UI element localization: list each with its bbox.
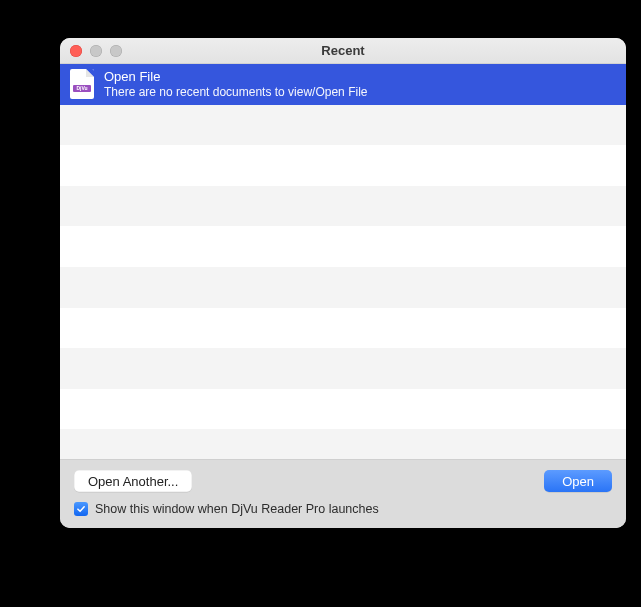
list-item[interactable] bbox=[60, 145, 626, 186]
list-item[interactable] bbox=[60, 389, 626, 430]
list-item[interactable] bbox=[60, 267, 626, 308]
list-item-text: Open File There are no recent documents … bbox=[104, 69, 367, 100]
show-on-launch-label: Show this window when DjVu Reader Pro la… bbox=[95, 502, 379, 516]
recent-window: Recent DjVu Open File There are no recen… bbox=[60, 38, 626, 528]
window-title: Recent bbox=[60, 43, 626, 58]
footer-buttons: Open Another... Open bbox=[74, 470, 612, 492]
list-item[interactable] bbox=[60, 105, 626, 146]
list-item[interactable] bbox=[60, 226, 626, 267]
show-on-launch-checkbox[interactable] bbox=[74, 502, 88, 516]
footer: Open Another... Open Show this window wh… bbox=[60, 459, 626, 528]
list-item[interactable] bbox=[60, 308, 626, 349]
footer-checkbox-row: Show this window when DjVu Reader Pro la… bbox=[74, 502, 612, 516]
list-item[interactable] bbox=[60, 186, 626, 227]
document-icon-band: DjVu bbox=[73, 85, 91, 92]
list-item[interactable] bbox=[60, 429, 626, 459]
check-icon bbox=[76, 504, 86, 514]
titlebar: Recent bbox=[60, 38, 626, 64]
list-item[interactable] bbox=[60, 348, 626, 389]
open-another-button[interactable]: Open Another... bbox=[74, 470, 192, 492]
list-item-subtitle: There are no recent documents to view/Op… bbox=[104, 85, 367, 100]
list-item-selected[interactable]: DjVu Open File There are no recent docum… bbox=[60, 64, 626, 105]
open-button[interactable]: Open bbox=[544, 470, 612, 492]
recent-list[interactable]: DjVu Open File There are no recent docum… bbox=[60, 64, 626, 459]
document-icon: DjVu bbox=[70, 69, 94, 99]
list-item-title: Open File bbox=[104, 69, 367, 85]
